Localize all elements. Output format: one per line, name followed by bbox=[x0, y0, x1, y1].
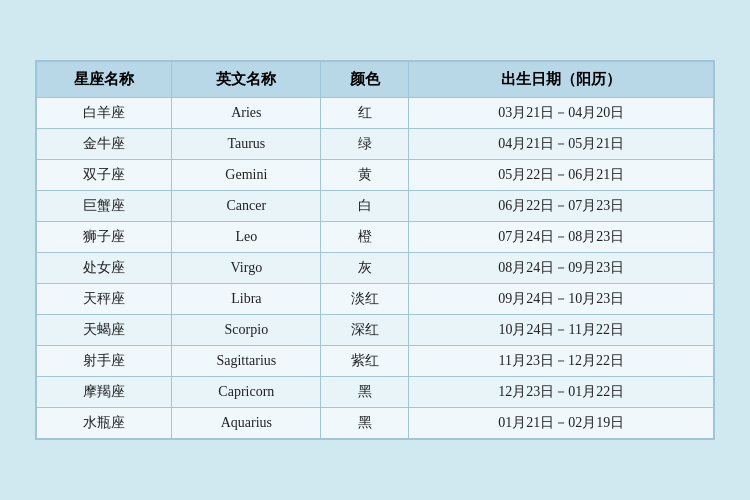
table-row: 白羊座Aries红03月21日－04月20日 bbox=[37, 98, 714, 129]
cell-en: Aquarius bbox=[172, 408, 321, 439]
cell-en: Taurus bbox=[172, 129, 321, 160]
table-row: 天蝎座Scorpio深红10月24日－11月22日 bbox=[37, 315, 714, 346]
cell-date: 08月24日－09月23日 bbox=[409, 253, 714, 284]
table-row: 狮子座Leo橙07月24日－08月23日 bbox=[37, 222, 714, 253]
cell-date: 10月24日－11月22日 bbox=[409, 315, 714, 346]
cell-date: 11月23日－12月22日 bbox=[409, 346, 714, 377]
cell-zh: 狮子座 bbox=[37, 222, 172, 253]
cell-color: 红 bbox=[321, 98, 409, 129]
cell-en: Gemini bbox=[172, 160, 321, 191]
cell-en: Leo bbox=[172, 222, 321, 253]
cell-zh: 天秤座 bbox=[37, 284, 172, 315]
cell-color: 白 bbox=[321, 191, 409, 222]
table-row: 水瓶座Aquarius黑01月21日－02月19日 bbox=[37, 408, 714, 439]
table-row: 巨蟹座Cancer白06月22日－07月23日 bbox=[37, 191, 714, 222]
zodiac-table-container: 星座名称 英文名称 颜色 出生日期（阳历） 白羊座Aries红03月21日－04… bbox=[35, 60, 715, 440]
cell-zh: 射手座 bbox=[37, 346, 172, 377]
header-date: 出生日期（阳历） bbox=[409, 62, 714, 98]
cell-en: Aries bbox=[172, 98, 321, 129]
cell-zh: 水瓶座 bbox=[37, 408, 172, 439]
cell-color: 紫红 bbox=[321, 346, 409, 377]
table-row: 双子座Gemini黄05月22日－06月21日 bbox=[37, 160, 714, 191]
cell-color: 橙 bbox=[321, 222, 409, 253]
cell-zh: 双子座 bbox=[37, 160, 172, 191]
cell-zh: 处女座 bbox=[37, 253, 172, 284]
cell-color: 黑 bbox=[321, 408, 409, 439]
cell-en: Virgo bbox=[172, 253, 321, 284]
cell-color: 黑 bbox=[321, 377, 409, 408]
cell-en: Libra bbox=[172, 284, 321, 315]
table-row: 射手座Sagittarius紫红11月23日－12月22日 bbox=[37, 346, 714, 377]
table-row: 处女座Virgo灰08月24日－09月23日 bbox=[37, 253, 714, 284]
cell-color: 灰 bbox=[321, 253, 409, 284]
cell-date: 07月24日－08月23日 bbox=[409, 222, 714, 253]
cell-en: Capricorn bbox=[172, 377, 321, 408]
header-zh: 星座名称 bbox=[37, 62, 172, 98]
cell-zh: 巨蟹座 bbox=[37, 191, 172, 222]
cell-color: 淡红 bbox=[321, 284, 409, 315]
cell-date: 12月23日－01月22日 bbox=[409, 377, 714, 408]
cell-en: Cancer bbox=[172, 191, 321, 222]
cell-zh: 白羊座 bbox=[37, 98, 172, 129]
cell-zh: 天蝎座 bbox=[37, 315, 172, 346]
cell-date: 09月24日－10月23日 bbox=[409, 284, 714, 315]
table-row: 摩羯座Capricorn黑12月23日－01月22日 bbox=[37, 377, 714, 408]
zodiac-table: 星座名称 英文名称 颜色 出生日期（阳历） 白羊座Aries红03月21日－04… bbox=[36, 61, 714, 439]
cell-en: Sagittarius bbox=[172, 346, 321, 377]
table-row: 天秤座Libra淡红09月24日－10月23日 bbox=[37, 284, 714, 315]
table-header-row: 星座名称 英文名称 颜色 出生日期（阳历） bbox=[37, 62, 714, 98]
header-color: 颜色 bbox=[321, 62, 409, 98]
cell-color: 黄 bbox=[321, 160, 409, 191]
cell-date: 06月22日－07月23日 bbox=[409, 191, 714, 222]
cell-date: 01月21日－02月19日 bbox=[409, 408, 714, 439]
cell-date: 05月22日－06月21日 bbox=[409, 160, 714, 191]
cell-color: 绿 bbox=[321, 129, 409, 160]
header-en: 英文名称 bbox=[172, 62, 321, 98]
cell-en: Scorpio bbox=[172, 315, 321, 346]
cell-zh: 金牛座 bbox=[37, 129, 172, 160]
cell-zh: 摩羯座 bbox=[37, 377, 172, 408]
cell-color: 深红 bbox=[321, 315, 409, 346]
table-row: 金牛座Taurus绿04月21日－05月21日 bbox=[37, 129, 714, 160]
cell-date: 04月21日－05月21日 bbox=[409, 129, 714, 160]
cell-date: 03月21日－04月20日 bbox=[409, 98, 714, 129]
